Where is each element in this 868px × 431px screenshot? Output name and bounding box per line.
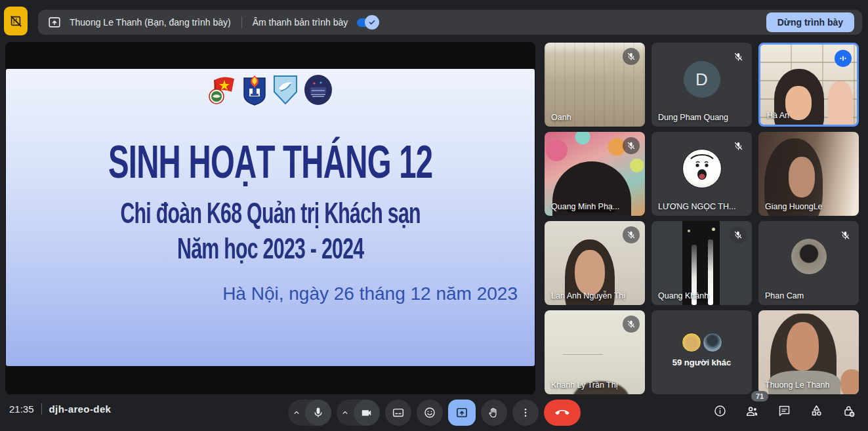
avatar [682, 333, 701, 352]
participant-name: Giang HuongLe [765, 202, 823, 211]
mic-off-icon [730, 137, 747, 154]
mic-off-icon [623, 316, 640, 333]
presentation-stage[interactable]: SINH HOẠT THÁNG 12 Chi đoàn K68 Quản trị… [5, 42, 535, 394]
chevron-up-icon[interactable] [337, 408, 354, 417]
raise-hand-button[interactable] [481, 400, 507, 426]
present-icon [47, 15, 62, 30]
mic-button[interactable] [305, 400, 331, 426]
participant-count-badge: 71 [751, 391, 768, 401]
mic-off-icon [730, 48, 747, 65]
reactions-button[interactable] [417, 400, 443, 426]
stop-presenting-button[interactable]: Dừng trình bày [766, 12, 854, 32]
participant-name: Lan Anh Nguyễn Thị [551, 291, 625, 300]
host-controls-icon[interactable] [842, 404, 856, 419]
chevron-up-icon[interactable] [288, 408, 305, 417]
clock-time: 21:35 [9, 403, 34, 415]
participant-tile-speaking[interactable]: Hà An [758, 43, 859, 127]
slide-subtitle-1: Chi đoàn K68 Quản trị Khách sạn [6, 199, 535, 228]
overflow-participants-tile[interactable]: 59 người khác [651, 310, 752, 394]
overflow-count-label: 59 người khác [651, 358, 752, 367]
call-controls [288, 400, 581, 426]
people-icon[interactable]: 71 [745, 403, 760, 419]
presentation-audio-label: Âm thanh bản trình bày [253, 17, 348, 28]
presentation-warning-icon[interactable] [4, 7, 28, 35]
camera-button[interactable] [354, 400, 380, 426]
participant-name: Hà An [767, 111, 789, 120]
participant-tile[interactable]: D Dung Pham Quang [651, 43, 752, 127]
participant-tile[interactable]: Quang Khánh [651, 221, 752, 305]
meeting-info: 21:35 djh-areo-dek [9, 403, 111, 415]
presentation-audio-toggle[interactable] [357, 15, 379, 30]
mic-off-icon [730, 226, 747, 243]
participant-tile[interactable]: Lan Anh Nguyễn Thị [545, 221, 645, 305]
slide-title: SINH HOẠT THÁNG 12 [6, 141, 535, 183]
mic-off-icon [623, 137, 640, 154]
university-crest-logo [241, 74, 268, 106]
more-options-button[interactable] [512, 400, 539, 426]
image-avatar [791, 239, 827, 274]
participant-grid: Oanh D Dung Pham Quang Hà An Qua [545, 43, 859, 394]
presentation-status-pill: Thuong Le Thanh (Bạn, đang trình bày) Âm… [38, 10, 862, 35]
slide-logos [6, 74, 535, 106]
slide: SINH HOẠT THÁNG 12 Chi đoàn K68 Quản trị… [6, 69, 535, 366]
mic-off-icon [837, 226, 854, 243]
participant-tile[interactable]: Khánh Ly Trần Thị [545, 310, 645, 394]
captions-button[interactable] [385, 400, 411, 426]
avatar [703, 333, 722, 352]
slide-subtitle-2: Năm học 2023 - 2024 [6, 234, 535, 263]
participant-tile[interactable]: Phan Cam [758, 221, 859, 305]
participant-tile-self[interactable]: Thuong Le Thanh [758, 310, 859, 394]
end-call-button[interactable] [544, 400, 581, 426]
image-avatar [682, 149, 722, 188]
participant-name: Quang Minh Phạ... [551, 202, 619, 211]
participant-name: Khánh Ly Trần Thị [551, 380, 617, 390]
participant-name: Dung Pham Quang [658, 113, 728, 122]
participant-name: Quang Khánh [658, 291, 709, 300]
present-button-active[interactable] [448, 400, 476, 426]
overflow-avatars [682, 333, 722, 352]
info-icon[interactable] [713, 404, 727, 418]
chat-icon[interactable] [777, 404, 791, 418]
divider [41, 403, 42, 415]
participant-tile[interactable]: LƯƠNG NGỌC TH... [651, 132, 752, 216]
club-round-logo [303, 74, 333, 106]
presenter-label: Thuong Le Thanh (Bạn, đang trình bày) [70, 17, 231, 28]
divider [241, 16, 242, 28]
meeting-code: djh-areo-dek [49, 403, 112, 415]
participant-tile[interactable]: Quang Minh Phạ... [545, 132, 645, 216]
participant-tile[interactable]: Giang HuongLe [758, 132, 859, 216]
speaking-indicator-icon [835, 50, 852, 67]
mic-off-icon [623, 226, 640, 243]
slide-date-line: Hà Nội, ngày 26 tháng 12 năm 2023 [6, 283, 535, 304]
camera-button-group[interactable] [337, 400, 380, 426]
participant-name: LƯƠNG NGỌC TH... [658, 202, 735, 211]
participant-name: Thuong Le Thanh [765, 380, 829, 390]
participant-name: Oanh [551, 113, 571, 122]
bottom-bar: 21:35 djh-areo-dek [0, 394, 868, 431]
youth-union-flag-logo [208, 75, 237, 105]
top-bar: Thuong Le Thanh (Bạn, đang trình bày) Âm… [0, 0, 868, 41]
panel-icons: 71 [713, 403, 856, 419]
participant-name: Phan Cam [765, 291, 804, 300]
mic-off-icon [623, 48, 640, 65]
mic-button-group[interactable] [288, 400, 331, 426]
faculty-shield-logo [272, 74, 299, 106]
meet-window: Thuong Le Thanh (Bạn, đang trình bày) Âm… [0, 0, 868, 431]
letter-avatar: D [684, 61, 720, 98]
activities-icon[interactable] [809, 403, 824, 419]
participant-tile[interactable]: Oanh [545, 43, 645, 127]
